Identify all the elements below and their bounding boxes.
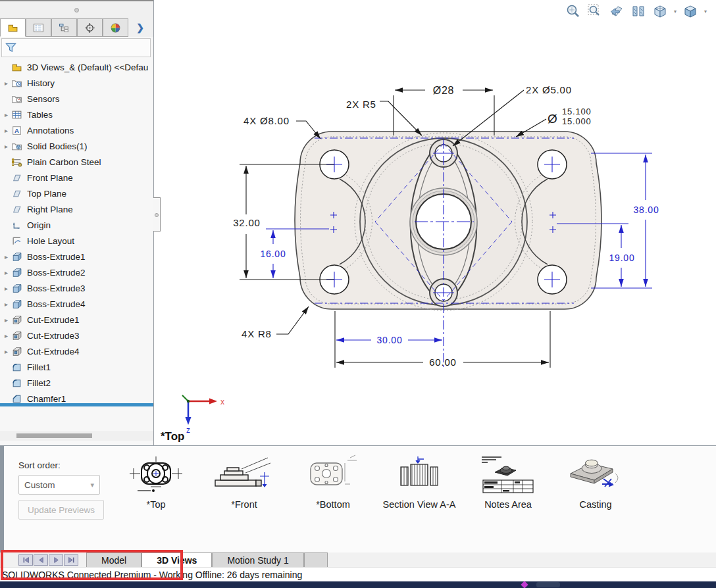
tree-item-cut-extrude3[interactable]: ▸Cut-Extrude3	[1, 328, 153, 343]
tree-item-label: Plain Carbon Steel	[27, 157, 101, 167]
tree-item-label: Cut-Extrude1	[27, 315, 80, 325]
sort-order-dropdown[interactable]: Custom ▾	[18, 475, 100, 495]
part-icon	[11, 62, 24, 73]
tree-item-boss-extrude2[interactable]: ▸Boss-Extrude2	[1, 264, 153, 280]
tree-item-boss-extrude1[interactable]: ▸Boss-Extrude1	[1, 249, 153, 264]
nav-prev-button[interactable]	[34, 554, 48, 566]
update-previews-button[interactable]: Update Previews	[18, 500, 104, 520]
status-bar: SOLIDWORKS Connected Premium - Working O…	[0, 567, 716, 581]
nav-last-button[interactable]	[64, 554, 78, 566]
tab-property-manager[interactable]	[26, 18, 51, 37]
tab-3d-views[interactable]: 3D Views	[141, 552, 212, 567]
expand-arrow-icon[interactable]: ▸	[1, 269, 11, 276]
tree-item-solid-bodies-1[interactable]: ▸Solid Bodies(1)	[1, 138, 153, 154]
tree-item-fillet2[interactable]: Fillet2	[1, 375, 153, 391]
view-thumbnail-front[interactable]: *Front	[201, 453, 287, 510]
tree-item-label: Annotations	[27, 126, 74, 135]
tab-display-manager[interactable]	[103, 18, 128, 37]
chevron-down-icon: ▾	[90, 481, 94, 489]
chamfer-icon	[11, 393, 24, 404]
tree-item-front-plane[interactable]: Front Plane	[1, 170, 153, 185]
section-view-thumb[interactable]	[376, 453, 462, 496]
view-thumbnail-notes-area[interactable]: Notes Area	[465, 453, 551, 510]
rollback-bar[interactable]	[0, 403, 153, 406]
notes-area-thumb[interactable]	[465, 453, 551, 496]
sketch-icon	[11, 235, 24, 247]
nav-first-button[interactable]	[18, 554, 33, 566]
tree-item-annotations[interactable]: ▸AAnnotations	[1, 122, 153, 138]
front-view-thumb[interactable]	[201, 453, 287, 496]
taskbar-app-icon[interactable]	[521, 581, 528, 588]
windows-taskbar[interactable]	[0, 581, 716, 588]
part-icon	[7, 22, 18, 34]
expand-arrow-icon[interactable]: ▸	[1, 127, 11, 134]
tab-dimxpert-manager[interactable]	[77, 18, 103, 37]
tree-item-label: Boss-Extrude1	[27, 252, 86, 262]
dim-2x-dia5: 2X Ø5.00	[526, 84, 572, 95]
view-thumbnail-casting[interactable]: Casting	[553, 453, 638, 510]
tree-item-boss-extrude4[interactable]: ▸Boss-Extrude4	[1, 296, 153, 312]
orientation-triad: x z	[182, 395, 224, 435]
panel-grip-icon[interactable]	[74, 8, 79, 12]
svg-text:A: A	[14, 127, 19, 134]
tree-item-origin[interactable]: Origin	[1, 217, 153, 233]
tab-feature-manager[interactable]	[0, 18, 26, 37]
panel-splitter-handle[interactable]	[153, 197, 161, 232]
tree-item-top-plane[interactable]: Top Plane	[1, 185, 153, 201]
tree-item-label: Right Plane	[27, 205, 73, 214]
expand-arrow-icon[interactable]: ▸	[1, 80, 11, 87]
expand-arrow-icon[interactable]: ▸	[1, 348, 11, 355]
graphics-area[interactable]: ▾▾	[154, 0, 716, 445]
expand-arrow-icon[interactable]: ▸	[1, 301, 11, 308]
view-thumbnail-bottom[interactable]: *Bottom	[290, 453, 376, 510]
plane-icon	[11, 204, 24, 215]
casting-thumb[interactable]	[553, 453, 638, 496]
fillet-icon	[11, 378, 24, 389]
expand-arrow-icon[interactable]: ▸	[1, 285, 11, 292]
tree-item-cut-extrude4[interactable]: ▸Cut-Extrude4	[1, 343, 153, 359]
view-thumbnail-section-view-a-a[interactable]: Section View A-A	[376, 453, 462, 510]
tab-configuration-manager[interactable]	[51, 18, 77, 37]
view-thumbnail-top[interactable]: *Top	[113, 453, 199, 510]
drawing-view-top[interactable]: Ø28 2X R5 2X Ø5.00 4X Ø8.00 Ø 15.100 15.…	[154, 0, 716, 445]
expand-arrow-icon[interactable]: ▸	[1, 316, 11, 324]
tree-item-boss-extrude3[interactable]: ▸Boss-Extrude3	[1, 280, 153, 296]
panel-expand-chevron-icon[interactable]: ❯	[132, 18, 148, 37]
tab-model[interactable]: Model	[86, 552, 141, 567]
tree-root-item[interactable]: 3D Views_& (Default) <<Defau	[1, 59, 153, 75]
tree-item-label: Boss-Extrude2	[27, 268, 86, 278]
dim-32: 32.00	[233, 217, 261, 228]
tab-motion-study-1[interactable]: Motion Study 1	[212, 552, 303, 567]
tree-item-label: Cut-Extrude4	[27, 347, 80, 356]
part-top-view[interactable]	[295, 132, 601, 310]
expand-arrow-icon[interactable]: ▸	[1, 143, 11, 150]
tree-item-tables[interactable]: ▸Tables	[1, 107, 153, 122]
tree-item-right-plane[interactable]: Right Plane	[1, 201, 153, 217]
tree-item-plain-carbon-steel[interactable]: Plain Carbon Steel	[1, 154, 153, 170]
tables-folder-icon	[11, 109, 24, 120]
tree-item-label: Fillet1	[27, 362, 51, 372]
panel-top-strip	[0, 0, 153, 18]
bottom-view-thumb[interactable]	[290, 453, 376, 496]
taskbar-pill[interactable]	[536, 582, 560, 587]
tree-filter-box[interactable]	[1, 38, 151, 57]
sort-order-label: Sort order:	[18, 460, 61, 470]
tree-item-history[interactable]: ▸History	[1, 75, 153, 91]
document-tabs: Model3D ViewsMotion Study 1	[86, 552, 328, 567]
tree-item-sensors[interactable]: Sensors	[1, 91, 153, 107]
nav-next-button[interactable]	[49, 554, 63, 566]
plane-icon	[11, 172, 24, 184]
panel-horizontal-scrollbar[interactable]	[0, 431, 153, 441]
fillet-icon	[11, 362, 24, 373]
tree-item-fillet1[interactable]: Fillet1	[1, 359, 153, 375]
tree-item-hole-layout[interactable]: Hole Layout	[1, 233, 153, 249]
expand-arrow-icon[interactable]: ▸	[1, 111, 11, 118]
expand-arrow-icon[interactable]: ▸	[1, 253, 11, 260]
expand-arrow-icon[interactable]: ▸	[1, 332, 11, 339]
tree-item-label: Hole Layout	[27, 236, 74, 246]
top-view-thumb[interactable]	[113, 453, 199, 496]
scrollbar-thumb[interactable]	[16, 433, 92, 438]
triad-x-label: x	[220, 397, 224, 406]
tree-item-cut-extrude1[interactable]: ▸Cut-Extrude1	[1, 312, 153, 328]
annotations-icon: A	[11, 125, 24, 136]
